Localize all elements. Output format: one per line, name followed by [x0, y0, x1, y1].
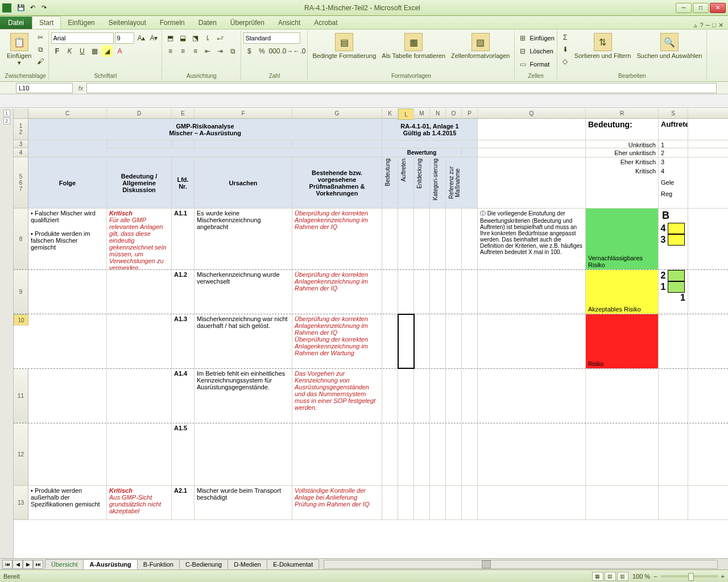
underline-button[interactable]: U [76, 45, 88, 57]
sheet-nav-prev[interactable]: ◀ [13, 560, 23, 569]
tab-insert[interactable]: Einfügen [61, 16, 101, 29]
copy-icon[interactable]: ⧉ [35, 44, 46, 55]
minimize-ribbon-icon[interactable]: ▵ [694, 22, 697, 29]
worksheet-grid[interactable]: C D E F G K L M N O P Q R S 12 GMP-Risik… [14, 109, 728, 569]
fill-icon[interactable]: ⬇ [560, 44, 571, 55]
sheet-tab-e-dokumentat[interactable]: E-Dokumentat [267, 559, 319, 569]
cell-G8[interactable]: Überprüfung der korrekten Anlagenkennzei… [292, 209, 382, 269]
cell-E10[interactable]: A1.3 [172, 314, 195, 368]
active-cell-L10[interactable] [398, 314, 414, 368]
cell-E12[interactable]: A1.5 [172, 423, 195, 485]
close-button[interactable]: ✕ [710, 3, 726, 13]
indent-dec-icon[interactable]: ⇤ [202, 45, 213, 57]
col-P[interactable]: P [462, 109, 478, 118]
paste-button[interactable]: 📋Einfügen▾ [5, 32, 34, 68]
cell-F13[interactable]: Mischer wurde beim Transport beschädigt [195, 486, 292, 519]
fill-color-button[interactable]: ◢ [101, 45, 113, 57]
outline-level-2[interactable]: 2 [3, 118, 10, 124]
border-button[interactable]: ▦ [89, 45, 100, 57]
undo-icon[interactable]: ↶ [27, 3, 38, 13]
cell-G9[interactable]: Überprüfung der korrekten Anlagenkennzei… [292, 270, 382, 314]
view-page-break-icon[interactable]: ▥ [617, 572, 628, 581]
minimize-button[interactable]: ─ [676, 3, 692, 13]
find-select-button[interactable]: 🔍Suchen und Auswählen [634, 32, 704, 60]
conditional-format-button[interactable]: ▤Bedingte Formatierung [310, 32, 378, 60]
file-tab[interactable]: Datei [0, 16, 32, 29]
indent-inc-icon[interactable]: ⇥ [214, 45, 226, 57]
cell-E9[interactable]: A1.2 [172, 270, 195, 314]
percent-icon[interactable]: % [256, 45, 267, 57]
cell-F10[interactable]: Mischerkennzeichnung war nicht dauerhaft… [195, 314, 292, 368]
cell-F9[interactable]: Mischerkennzeichnung wurde verwechselt [195, 270, 292, 314]
tab-view[interactable]: Ansicht [271, 16, 307, 29]
cut-icon[interactable]: ✂ [35, 32, 46, 43]
cell-C8[interactable]: • Falscher Mischer wird qualifiziert • P… [28, 209, 107, 269]
cell-D8[interactable]: KritischFür alle GMP relevanten Anlagen … [107, 209, 172, 269]
inc-decimal-icon[interactable]: .0→ [281, 45, 292, 57]
delete-cells-icon[interactable]: ⊟ [517, 45, 528, 57]
cell-G10[interactable]: Überprüfung der korrekten Anlagenkennzei… [292, 314, 382, 368]
insert-cells-icon[interactable]: ⊞ [517, 32, 528, 44]
align-center-icon[interactable]: ≡ [177, 45, 188, 57]
col-G[interactable]: G [292, 109, 382, 118]
increase-font-icon[interactable]: A▴ [135, 32, 147, 44]
sheet-tab-a-ausruestung[interactable]: A-Ausrüstung [83, 559, 137, 569]
window-close-icon[interactable]: ✕ [718, 22, 723, 29]
sheet-tab-b-funktion[interactable]: B-Funktion [137, 559, 180, 569]
col-Q[interactable]: Q [478, 109, 586, 118]
cell-G13[interactable]: Vollständige Kontrolle der Anlage bei An… [292, 486, 382, 519]
tab-acrobat[interactable]: Acrobat [307, 16, 344, 29]
cell-E8[interactable]: A1.1 [172, 209, 195, 269]
cell-E11[interactable]: A1.4 [172, 369, 195, 423]
format-painter-icon[interactable]: 🖌 [35, 56, 46, 67]
col-N[interactable]: N [430, 109, 446, 118]
sort-filter-button[interactable]: ⇅Sortieren und Filtern [572, 32, 634, 60]
col-C[interactable]: C [28, 109, 107, 118]
tab-start[interactable]: Start [32, 16, 61, 29]
cell-F8[interactable]: Es wurde keine Mischerkennzeichnung ange… [195, 209, 292, 269]
align-top-icon[interactable]: ⬒ [164, 32, 176, 44]
font-name-select[interactable] [51, 32, 114, 44]
zoom-out-icon[interactable]: − [653, 573, 657, 580]
col-D[interactable]: D [107, 109, 172, 118]
orientation-icon[interactable]: ⤹ [202, 32, 213, 44]
sheet-tab-uebersicht[interactable]: Übersicht [45, 559, 84, 569]
col-E[interactable]: E [172, 109, 195, 118]
wrap-text-icon[interactable]: ⮐ [214, 32, 226, 44]
sheet-nav-next[interactable]: ▶ [23, 560, 33, 569]
help-icon[interactable]: ? [700, 22, 703, 29]
bold-button[interactable]: F [51, 45, 63, 57]
format-table-button[interactable]: ▦Als Tabelle formatieren [379, 32, 448, 60]
dec-decimal-icon[interactable]: ←.0 [293, 45, 305, 57]
format-cells-icon[interactable]: ▭ [517, 59, 528, 70]
sheet-tab-c-bedienung[interactable]: C-Bedienung [179, 559, 228, 569]
cell-D13[interactable]: KritischAus GMP-Sicht grundsätzlich nich… [107, 486, 172, 519]
view-page-layout-icon[interactable]: ▤ [605, 572, 616, 581]
col-R[interactable]: R [586, 109, 659, 118]
sheet-nav-last[interactable]: ⏭ [33, 560, 43, 569]
formula-input[interactable] [86, 83, 717, 93]
thousands-icon[interactable]: 000 [268, 45, 280, 57]
align-left-icon[interactable]: ≡ [164, 45, 176, 57]
tab-data[interactable]: Daten [192, 16, 224, 29]
redo-icon[interactable]: ↷ [39, 3, 49, 13]
decrease-font-icon[interactable]: A▾ [148, 32, 159, 44]
name-box[interactable]: L10 [16, 83, 73, 93]
cell-G11[interactable]: Das Vorgehen zur Kennzeichnung von Ausrü… [292, 369, 382, 423]
tab-formulas[interactable]: Formeln [153, 16, 192, 29]
col-S[interactable]: S [659, 109, 688, 118]
col-F[interactable]: F [195, 109, 292, 118]
col-K[interactable]: K [382, 109, 398, 118]
align-right-icon[interactable]: ≡ [189, 45, 201, 57]
view-normal-icon[interactable]: ▦ [592, 572, 603, 581]
window-min-icon[interactable]: ─ [706, 22, 710, 29]
font-color-button[interactable]: A [114, 45, 125, 57]
cell-F11[interactable]: Im Betrieb fehlt ein einheitliches Kennz… [195, 369, 292, 423]
tab-layout[interactable]: Seitenlayout [102, 16, 153, 29]
autosum-icon[interactable]: Σ [560, 32, 571, 43]
select-all-corner[interactable] [14, 109, 28, 118]
tab-review[interactable]: Überprüfen [224, 16, 271, 29]
save-icon[interactable]: 💾 [16, 3, 26, 13]
align-bottom-icon[interactable]: ⬔ [189, 32, 201, 44]
sheet-nav-first[interactable]: ⏮ [2, 560, 13, 569]
